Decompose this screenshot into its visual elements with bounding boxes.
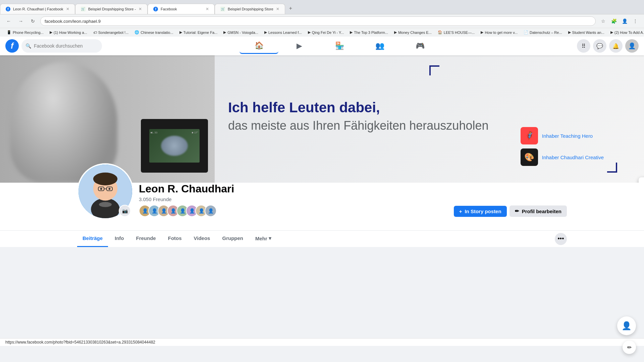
avatar-edit-button[interactable]: 📷 — [119, 205, 131, 217]
grid-icon: ⠿ — [582, 43, 586, 49]
tab-freunde[interactable]: Freunde — [131, 231, 161, 247]
messenger-button[interactable]: 💬 — [593, 39, 606, 53]
bookmark-4[interactable]: 🌐Chinese translatio... — [132, 29, 176, 36]
bookmark-9[interactable]: ▶The Top 3 Platform... — [347, 29, 391, 36]
svg-point-8 — [109, 188, 111, 190]
dropdown-icon: ▾ — [269, 235, 271, 241]
browser-tab-2[interactable]: 🛒 Beispiel Dropshipping Store - ✕ — [75, 4, 148, 14]
more-options-button[interactable]: ••• — [555, 233, 567, 245]
bookmark-button[interactable]: ☆ — [598, 16, 608, 26]
new-tab-button[interactable]: + — [285, 3, 296, 14]
bookmark-14[interactable]: ▶Student Wants an... — [566, 29, 607, 36]
video-icon: ▶ — [297, 42, 302, 50]
nav-groups[interactable]: 👥 — [360, 38, 399, 54]
tab-favicon-1: f — [6, 7, 10, 11]
facebook-page: f 🔍 🏠 ▶ 🏪 👥 🎮 — [0, 37, 644, 338]
tab-close-2[interactable]: ✕ — [139, 7, 142, 11]
home-icon: 🏠 — [255, 41, 264, 50]
company-name-2: Inhaber Chaudhari Creative — [542, 155, 604, 160]
browser-window: f Leon R. Chaudhari | Facebook ✕ 🛒 Beisp… — [0, 0, 644, 37]
marketplace-icon: 🏪 — [335, 42, 344, 50]
groups-icon: 👥 — [375, 42, 384, 50]
bookmark-13[interactable]: 📄Datenschutz – Re... — [521, 29, 565, 36]
bookmark-1[interactable]: 📱Phone Recycling... — [4, 29, 46, 36]
back-button[interactable]: ← — [4, 16, 13, 26]
company-item-1: 🦸 Inhaber Teaching Hero — [521, 127, 604, 144]
nav-home[interactable]: 🏠 — [239, 38, 278, 54]
account-menu-button[interactable]: 👤 — [625, 39, 639, 53]
notifications-button[interactable]: 🔔 — [609, 39, 623, 53]
apps-button[interactable]: ⠿ — [577, 39, 590, 53]
cover-text-area: Ich helfe Leuten dabei, das meiste aus I… — [215, 55, 644, 183]
friends-count: 3.050 Freunde — [139, 196, 448, 202]
bookmark-15[interactable]: ▶(2) How To Add A... — [608, 29, 644, 36]
facebook-topnav: f 🔍 🏠 ▶ 🏪 👥 🎮 — [0, 37, 644, 55]
svg-point-7 — [100, 188, 102, 190]
story-post-button[interactable]: + In Story posten — [454, 206, 507, 217]
bookmark-12[interactable]: ▶How to get more v... — [478, 29, 520, 36]
bookmark-2[interactable]: ▶(1) How Working a... — [47, 29, 90, 36]
bookmark-11[interactable]: 🏠LEE'S HOUSE—... — [435, 29, 478, 36]
profile-main: 📷 Leon R. Chaudhari 3.050 Freunde 👤 👤 👤 … — [77, 183, 567, 225]
tab-title-1: Leon R. Chaudhari | Facebook — [13, 7, 63, 11]
tab-mehr[interactable]: Mehr ▾ — [250, 231, 277, 247]
tab-favicon-3: f — [153, 7, 158, 11]
float-chat-button[interactable]: 👤 — [617, 316, 636, 335]
tab-close-1[interactable]: ✕ — [66, 7, 69, 11]
profile-name-section: Leon R. Chaudhari 3.050 Freunde 👤 👤 👤 👤 … — [139, 183, 448, 220]
account-avatar: 👤 — [628, 42, 636, 50]
tab-info[interactable]: Info — [109, 231, 129, 247]
nav-video[interactable]: ▶ — [280, 38, 319, 54]
gaming-icon: 🎮 — [416, 42, 425, 50]
content-area — [0, 247, 644, 274]
company-icon-2: 🎨 — [521, 148, 538, 166]
nav-gaming[interactable]: 🎮 — [400, 38, 439, 54]
profile-tabs: Beiträge Info Freunde Fotos Videos Grupp… — [77, 231, 277, 247]
address-bar[interactable] — [40, 16, 596, 26]
nav-marketplace[interactable]: 🏪 — [320, 38, 359, 54]
tab-title-4: Beispiel Dropshipping Store — [228, 7, 273, 11]
friend-avatars: 👤 👤 👤 👤 👤 👤 👤 👤 — [139, 205, 448, 217]
bookmark-6[interactable]: ▶GMSN - Voiogda... — [221, 29, 261, 36]
profile-cover: ■L 33 ■ 17° Ich helfe Leuten dabei, das … — [0, 55, 644, 247]
browser-tab-1[interactable]: f Leon R. Chaudhari | Facebook ✕ — [0, 4, 75, 14]
svg-point-1 — [91, 198, 120, 220]
edit-cover-tooltip[interactable]: 📷 Titelbild bearbeiten — [639, 177, 644, 183]
company-icon-1: 🦸 — [521, 127, 538, 144]
camera-subject — [161, 136, 188, 156]
browser-action-buttons: ☆ 🧩 👤 ⋮ — [598, 16, 640, 26]
bookmark-5[interactable]: ▶Tutorial: Eigene Fa... — [177, 29, 220, 36]
bookmarks-bar: 📱Phone Recycling... ▶(1) How Working a..… — [0, 28, 644, 37]
tab-close-4[interactable]: ✕ — [276, 7, 279, 11]
search-icon: 🔍 — [25, 43, 31, 49]
company-items: 🦸 Inhaber Teaching Hero 🎨 Inhaber Chaudh… — [521, 127, 604, 166]
bookmark-10[interactable]: ▶Money Changes E... — [391, 29, 434, 36]
tab-videos[interactable]: Videos — [189, 231, 216, 247]
tab-gruppen[interactable]: Gruppen — [217, 231, 249, 247]
camera-screen: ■L 33 ■ 17° — [149, 129, 200, 163]
bookmark-7[interactable]: ▶Lessons Learned f... — [262, 29, 305, 36]
mehr-label: Mehr — [255, 236, 267, 241]
profile-actions: + In Story posten ✏ Profil bearbeiten — [454, 205, 567, 220]
bookmark-8[interactable]: ▶Qing Fei De Yi - Y... — [305, 29, 347, 36]
camera-icon: 📷 — [122, 208, 128, 214]
extensions-button[interactable]: 🧩 — [609, 16, 619, 26]
tab-fotos[interactable]: Fotos — [163, 231, 187, 247]
tab-beitraege[interactable]: Beiträge — [77, 231, 108, 247]
edit-profile-button[interactable]: ✏ Profil bearbeiten — [509, 205, 567, 217]
profile-info-section: 📷 Leon R. Chaudhari 3.050 Freunde 👤 👤 👤 … — [0, 183, 644, 230]
facebook-logo[interactable]: f — [5, 39, 19, 53]
chat-avatar-icon: 👤 — [622, 321, 632, 330]
profile-button[interactable]: 👤 — [620, 16, 629, 26]
search-bar[interactable]: 🔍 — [21, 39, 102, 53]
reload-button[interactable]: ↻ — [28, 16, 38, 26]
bookmark-3[interactable]: 🏷Sonderangebot !... — [91, 29, 131, 36]
menu-button[interactable]: ⋮ — [631, 16, 640, 26]
forward-button[interactable]: → — [16, 16, 25, 26]
profile-tabs-bar: Beiträge Info Freunde Fotos Videos Grupp… — [0, 230, 644, 247]
browser-tab-3[interactable]: f Facebook ✕ — [148, 4, 215, 14]
search-input[interactable] — [34, 43, 94, 49]
tab-close-3[interactable]: ✕ — [206, 7, 209, 11]
friend-avatar-8[interactable]: 👤 — [205, 205, 217, 217]
browser-tab-4[interactable]: 🛒 Beispiel Dropshipping Store ✕ — [215, 4, 285, 14]
